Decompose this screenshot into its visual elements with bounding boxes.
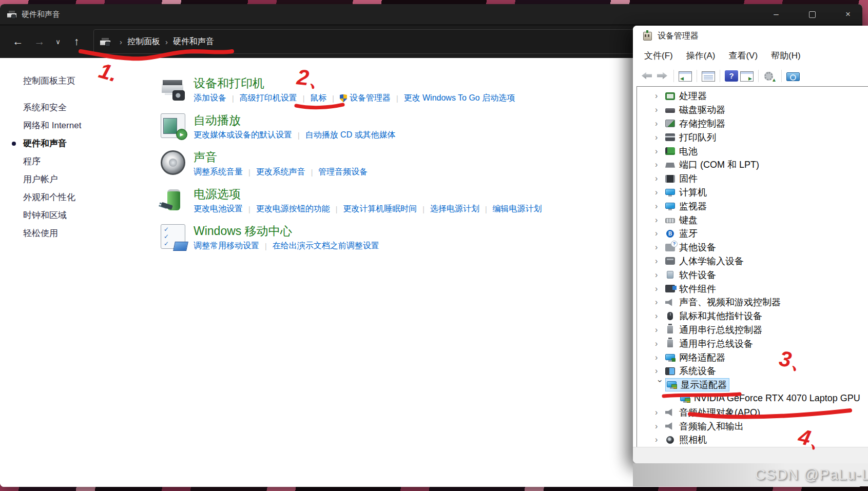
task-link[interactable]: 更改电源按钮的功能 — [256, 204, 330, 214]
task-link[interactable]: 更改电池设置 — [194, 204, 243, 214]
chevron-collapsed-icon[interactable]: › — [655, 257, 665, 266]
tree-item[interactable]: ›网络适配器 — [637, 350, 868, 364]
task-link[interactable]: 调整常用移动设置 — [194, 241, 259, 251]
chevron-collapsed-icon[interactable]: › — [655, 422, 665, 431]
task-link[interactable]: 添加设备 — [194, 93, 226, 104]
menu-item[interactable]: 操作(A) — [686, 50, 716, 62]
chevron-collapsed-icon[interactable]: › — [655, 91, 665, 101]
back-icon[interactable] — [640, 70, 653, 82]
sidebar-item[interactable]: 外观和个性化 — [23, 188, 154, 206]
tree-item[interactable]: ›电池 — [637, 144, 868, 158]
tree-item[interactable]: ›声音、视频和游戏控制器 — [637, 296, 868, 309]
chevron-collapsed-icon[interactable]: › — [655, 339, 665, 348]
chevron-collapsed-icon[interactable]: › — [655, 270, 665, 280]
chevron-collapsed-icon[interactable]: › — [655, 311, 665, 321]
tree-item[interactable]: ›音频处理对象(APO) — [637, 405, 868, 419]
tree-item[interactable]: ›显示适配器 — [637, 378, 868, 392]
tree-item[interactable]: ›软件设备 — [637, 268, 868, 282]
tree-item[interactable]: NVIDIA GeForce RTX 4070 Laptop GPU — [637, 392, 868, 406]
tree-item[interactable]: ›其他设备 — [637, 241, 868, 254]
task-link[interactable]: 更改系统声音 — [256, 167, 305, 178]
chevron-collapsed-icon[interactable]: › — [655, 188, 665, 197]
selected-tree-item[interactable]: 显示适配器 — [665, 378, 729, 391]
chevron-collapsed-icon[interactable]: › — [655, 325, 665, 335]
chevron-collapsed-icon[interactable]: › — [655, 435, 665, 444]
tree-item[interactable]: ›音频输入和输出 — [637, 419, 868, 433]
task-link[interactable]: 调整系统音量 — [194, 167, 243, 178]
tree-item[interactable]: ›人体学输入设备 — [637, 254, 868, 268]
task-link[interactable]: 更改计算机睡眠时间 — [343, 204, 417, 214]
section-heading[interactable]: Windows 移动中心 — [194, 224, 379, 238]
forward-button[interactable]: → — [29, 30, 50, 53]
action-pane-icon[interactable] — [740, 71, 754, 82]
chevron-collapsed-icon[interactable]: › — [655, 147, 665, 156]
tree-item[interactable]: ›鼠标和其他指针设备 — [637, 309, 868, 323]
tree-item[interactable]: ›通用串行总线设备 — [637, 337, 868, 350]
task-link[interactable]: 自动播放 CD 或其他媒体 — [305, 130, 396, 141]
minimize-button[interactable]: – — [764, 4, 788, 25]
task-link[interactable]: 选择电源计划 — [430, 204, 479, 214]
chevron-collapsed-icon[interactable]: › — [655, 229, 665, 238]
chevron-collapsed-icon[interactable]: › — [655, 215, 665, 225]
chevron-collapsed-icon[interactable]: › — [655, 353, 665, 362]
section-heading[interactable]: 设备和打印机 — [194, 76, 515, 90]
close-button[interactable]: × — [836, 4, 860, 25]
maximize-button[interactable] — [800, 4, 824, 25]
sidebar-item[interactable]: 程序 — [23, 152, 154, 170]
tree-item[interactable]: ›系统设备 — [637, 364, 868, 378]
chevron-collapsed-icon[interactable]: › — [655, 174, 665, 183]
task-link[interactable]: 鼠标 — [310, 93, 326, 104]
sidebar-item[interactable]: 用户帐户 — [23, 170, 154, 188]
task-link[interactable]: 更改 Windows To Go 启动选项 — [404, 93, 515, 104]
task-link[interactable]: 在给出演示文档之前调整设置 — [273, 241, 379, 251]
sidebar-item[interactable]: 网络和 Internet — [23, 116, 154, 134]
breadcrumb-control-panel[interactable]: 控制面板 — [127, 36, 160, 47]
chevron-collapsed-icon[interactable]: › — [655, 105, 665, 114]
forward-icon[interactable] — [655, 70, 669, 82]
sidebar-item[interactable]: 轻松使用 — [23, 224, 154, 242]
task-link[interactable]: 管理音频设备 — [318, 167, 368, 178]
tree-item[interactable]: ›处理器 — [637, 89, 868, 103]
section-heading[interactable]: 声音 — [194, 150, 368, 164]
tree-item[interactable]: ›磁盘驱动器 — [637, 103, 868, 117]
sidebar-item-home[interactable]: 控制面板主页 — [23, 75, 154, 87]
tree-item[interactable]: ›端口 (COM 和 LPT) — [637, 158, 868, 172]
up-button[interactable]: ↑ — [66, 30, 87, 53]
tree-item[interactable]: ›照相机 — [637, 433, 868, 447]
console-tree-icon[interactable] — [679, 71, 692, 82]
tree-item[interactable]: ›存储控制器 — [637, 117, 868, 131]
task-link[interactable]: 编辑电源计划 — [493, 204, 542, 214]
chevron-collapsed-icon[interactable]: › — [655, 133, 665, 142]
search-computer-icon[interactable] — [786, 72, 800, 81]
tree-item[interactable]: ›监视器 — [637, 199, 868, 213]
menu-item[interactable]: 帮助(H) — [771, 50, 801, 62]
chevron-collapsed-icon[interactable]: › — [655, 408, 665, 417]
task-link[interactable]: 更改媒体或设备的默认设置 — [194, 130, 292, 141]
scan-hardware-icon[interactable] — [763, 70, 777, 82]
help-icon[interactable] — [725, 70, 738, 82]
tree-item[interactable]: ›蓝牙 — [637, 227, 868, 241]
tree-item[interactable]: ›键盘 — [637, 213, 868, 227]
chevron-collapsed-icon[interactable]: › — [655, 202, 665, 211]
task-link[interactable]: 设备管理器 — [340, 93, 391, 104]
chevron-collapsed-icon[interactable]: › — [655, 298, 665, 307]
sidebar-item[interactable]: 硬件和声音 — [23, 134, 154, 152]
chevron-collapsed-icon[interactable]: › — [655, 243, 665, 252]
chevron-collapsed-icon[interactable]: › — [655, 160, 665, 169]
breadcrumb-hardware-sound[interactable]: 硬件和声音 — [173, 36, 214, 47]
sidebar-item[interactable]: 系统和安全 — [23, 99, 154, 116]
sidebar-item[interactable]: 时钟和区域 — [23, 206, 154, 224]
section-heading[interactable]: 自动播放 — [194, 113, 396, 127]
menu-item[interactable]: 文件(F) — [644, 50, 673, 62]
task-link[interactable]: 高级打印机设置 — [240, 93, 297, 104]
chevron-collapsed-icon[interactable]: › — [655, 366, 665, 376]
tree-item[interactable]: ›固件 — [637, 172, 868, 186]
chevron-expanded-icon[interactable]: › — [655, 380, 665, 390]
properties-icon[interactable] — [702, 71, 715, 82]
tree-item[interactable]: ›计算机 — [637, 186, 868, 200]
tree-item[interactable]: ›软件组件 — [637, 282, 868, 296]
recent-locations-button[interactable]: ∨ — [50, 30, 66, 53]
section-heading[interactable]: 电源选项 — [194, 187, 542, 201]
menu-item[interactable]: 查看(V) — [728, 50, 758, 62]
tree-item[interactable]: ›打印队列 — [637, 130, 868, 144]
